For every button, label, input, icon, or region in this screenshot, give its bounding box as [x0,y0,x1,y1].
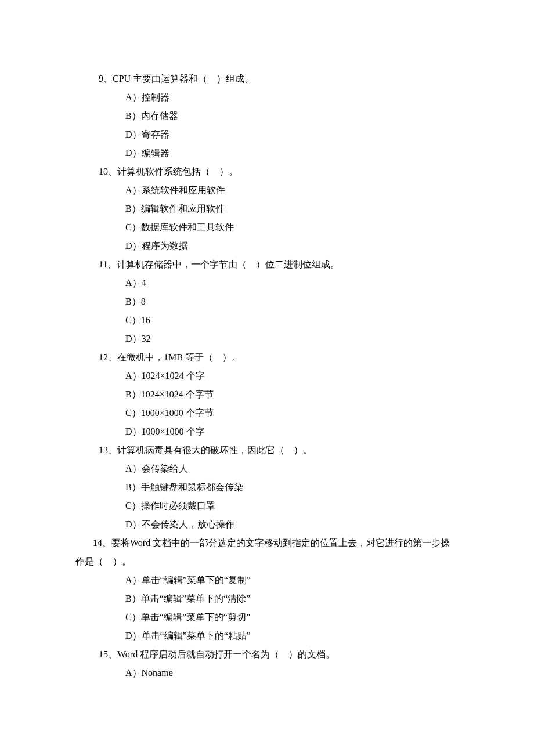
question-number: 11、 [99,259,117,269]
option-label: D） [125,148,142,158]
option: D）寄存器 [0,125,534,144]
option-text: 8 [141,296,146,306]
question-text: Word 程序启动后就自动打开一个名为（ ）的文档。 [117,649,335,659]
option-text: 1000×1000 个字节 [141,408,214,418]
option-text: 单击“编辑”菜单下的“剪切” [141,612,250,622]
question-number: 12、 [99,352,117,362]
option: D）编辑器 [0,144,534,162]
option-text: 16 [141,315,150,325]
option: A）会传染给人 [0,460,534,478]
question-stem: 13、计算机病毒具有很大的破坏性，因此它（ ）。 [0,441,534,460]
option-label: C） [125,612,141,622]
option-text: 32 [142,334,151,343]
option-text: Noname [142,668,173,678]
option-label: A） [125,668,142,678]
option: D）不会传染人，放心操作 [0,515,534,534]
question-number: 15、 [99,649,117,659]
option-label: C） [125,408,141,418]
option: A）控制器 [0,88,534,107]
option-label: A） [125,278,142,288]
option-text: 不会传染人，放心操作 [142,519,234,529]
option-label: C） [125,222,141,232]
option-text: 单击“编辑”菜单下的“复制” [142,575,251,585]
question-stem: 12、在微机中，1MB 等于（ ）。 [0,348,534,367]
question-text: 计算机软件系统包括（ ）。 [117,167,238,176]
option: A）单击“编辑”菜单下的“复制” [0,571,534,589]
option-text: 会传染给人 [142,464,188,473]
question-stem: 14、要将Word 文档中的一部分选定的文字移动到指定的位置上去，对它进行的第一… [0,534,534,571]
question-stem: 10、计算机软件系统包括（ ）。 [0,162,534,181]
question-number: 13、 [99,445,117,455]
option-text: 编辑软件和应用软件 [141,204,225,214]
option: D）程序为数据 [0,237,534,255]
option-label: A） [125,92,142,102]
option-text: 系统软件和应用软件 [142,185,225,195]
option: A）系统软件和应用软件 [0,181,534,200]
option-text: 编辑器 [142,148,169,158]
question-number: 10、 [99,167,117,176]
question-text: 计算机病毒具有很大的破坏性，因此它（ ）。 [117,445,312,455]
option: D）单击“编辑”菜单下的“粘贴” [0,627,534,645]
question-text: CPU 主要由运算器和（ ）组成。 [113,74,254,84]
question-stem: 9、CPU 主要由运算器和（ ）组成。 [0,70,534,88]
option-text: 1024×1024 个字节 [141,389,214,399]
option-label: B） [125,389,141,399]
option: C）操作时必须戴口罩 [0,497,534,515]
option: B）1024×1024 个字节 [0,385,534,404]
question-number: 9、 [99,74,113,84]
option: C）单击“编辑”菜单下的“剪切” [0,608,534,627]
option: B）内存储器 [0,107,534,125]
question-number: 14、 [93,538,111,548]
option: C）数据库软件和工具软件 [0,218,534,237]
option-label: A） [125,464,142,473]
option-text: 4 [142,278,146,288]
option: A）4 [0,274,534,292]
option-label: A） [125,575,142,585]
option-label: C） [125,501,141,511]
option: B）8 [0,292,534,311]
question-text: 在微机中，1MB 等于（ ）。 [117,352,241,362]
option-text: 手触键盘和鼠标都会传染 [141,482,243,492]
option-label: D） [125,241,142,251]
option-label: A） [125,371,142,381]
question-stem: 11、计算机存储器中，一个字节由（ ）位二进制位组成。 [0,255,534,274]
option-label: D） [125,334,142,343]
option-text: 程序为数据 [142,241,188,251]
option-label: D） [125,129,142,139]
option-text: 操作时必须戴口罩 [141,501,215,511]
option-text: 1024×1024 个字 [142,371,205,381]
option-label: D） [125,426,142,436]
option-text: 单击“编辑”菜单下的“清除” [141,594,250,603]
document-page: 9、CPU 主要由运算器和（ ）组成。 A）控制器 B）内存储器 D）寄存器 D… [0,0,534,756]
option: A）1024×1024 个字 [0,367,534,385]
option: B）手触键盘和鼠标都会传染 [0,478,534,497]
question-text: 计算机存储器中，一个字节由（ ）位二进制位组成。 [117,259,340,269]
option: B）单击“编辑”菜单下的“清除” [0,589,534,608]
option: A）Noname [0,664,534,682]
option-text: 1000×1000 个字 [142,426,205,436]
option: D）32 [0,330,534,348]
option-text: 控制器 [142,92,169,102]
option-label: D） [125,631,142,641]
option-label: C） [125,315,141,325]
option: D）1000×1000 个字 [0,422,534,441]
option-label: D） [125,519,142,529]
option: C）16 [0,311,534,330]
option-label: B） [125,594,141,603]
option: B）编辑软件和应用软件 [0,200,534,218]
option-label: A） [125,185,142,195]
option-label: B） [125,111,141,121]
option-text: 寄存器 [142,129,169,139]
option-text: 数据库软件和工具软件 [141,222,234,232]
question-text: 要将Word 文档中的一部分选定的文字移动到指定的位置上去，对它进行的第一步操作… [75,538,450,566]
option-label: B） [125,296,141,306]
option-text: 内存储器 [141,111,178,121]
option-label: B） [125,204,141,214]
question-stem: 15、Word 程序启动后就自动打开一个名为（ ）的文档。 [0,645,534,664]
option-label: B） [125,482,141,492]
option: C）1000×1000 个字节 [0,404,534,422]
option-text: 单击“编辑”菜单下的“粘贴” [142,631,251,641]
